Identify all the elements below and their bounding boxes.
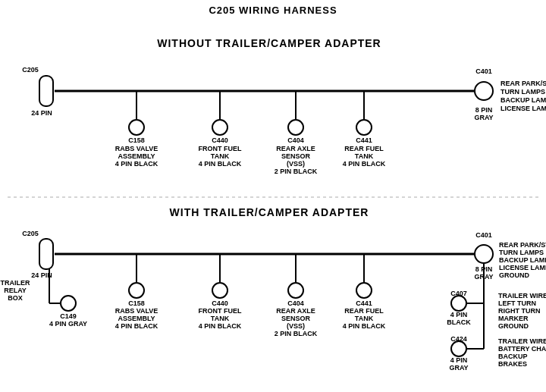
svg-text:BATTERY CHARGE: BATTERY CHARGE — [498, 345, 546, 353]
svg-text:FRONT FUEL: FRONT FUEL — [199, 307, 242, 315]
svg-text:TANK: TANK — [211, 315, 230, 322]
svg-text:LICENSE LAMPS: LICENSE LAMPS — [500, 105, 546, 112]
svg-text:C149: C149 — [60, 312, 77, 320]
svg-text:C407: C407 — [450, 290, 467, 297]
svg-text:RELAY: RELAY — [4, 287, 27, 294]
svg-text:FRONT FUEL: FRONT FUEL — [199, 145, 242, 152]
svg-text:ASSEMBLY: ASSEMBLY — [118, 315, 155, 322]
svg-text:TRAILER WIRES: TRAILER WIRES — [498, 337, 546, 345]
svg-point-5 — [475, 82, 493, 100]
svg-text:SENSOR: SENSOR — [281, 152, 311, 160]
svg-text:2 PIN BLACK: 2 PIN BLACK — [275, 168, 318, 175]
svg-text:8 PIN: 8 PIN — [475, 106, 493, 114]
svg-text:ASSEMBLY: ASSEMBLY — [118, 152, 155, 160]
svg-text:REAR AXLE: REAR AXLE — [276, 307, 315, 315]
svg-text:REAR AXLE: REAR AXLE — [276, 145, 315, 152]
svg-text:TANK: TANK — [355, 152, 374, 160]
svg-text:C440: C440 — [212, 299, 228, 307]
svg-text:TANK: TANK — [211, 152, 230, 160]
svg-text:GROUND: GROUND — [498, 322, 529, 330]
svg-text:(VSS): (VSS) — [287, 322, 305, 330]
svg-text:C205: C205 — [22, 230, 39, 237]
svg-text:WITH  TRAILER/CAMPER  ADAPTER: WITH TRAILER/CAMPER ADAPTER — [170, 206, 369, 218]
svg-text:4 PIN BLACK: 4 PIN BLACK — [115, 322, 158, 330]
svg-text:C441: C441 — [356, 299, 372, 307]
svg-text:C440: C440 — [212, 136, 228, 144]
svg-point-52 — [475, 245, 493, 263]
svg-text:C401: C401 — [475, 67, 492, 75]
svg-text:LICENSE LAMPS: LICENSE LAMPS — [499, 264, 546, 271]
svg-point-26 — [288, 120, 303, 135]
svg-text:GRAY: GRAY — [449, 364, 468, 372]
svg-text:REAR PARK/STOP: REAR PARK/STOP — [500, 80, 546, 87]
svg-text:TRAILER: TRAILER — [1, 279, 30, 287]
svg-text:C158: C158 — [128, 299, 145, 307]
svg-point-73 — [451, 341, 466, 356]
svg-text:SENSOR: SENSOR — [281, 315, 311, 322]
svg-text:2 PIN BLACK: 2 PIN BLACK — [275, 330, 318, 337]
svg-text:BACKUP LAMPS: BACKUP LAMPS — [500, 96, 546, 104]
svg-text:GRAY: GRAY — [474, 114, 493, 121]
svg-point-33 — [356, 120, 372, 135]
svg-text:4 PIN BLACK: 4 PIN BLACK — [343, 322, 386, 330]
svg-text:RABS VALVE: RABS VALVE — [115, 307, 158, 315]
svg-text:REAR PARK/STOP: REAR PARK/STOP — [499, 241, 546, 249]
svg-text:(VSS): (VSS) — [287, 160, 305, 168]
svg-text:C404: C404 — [287, 299, 304, 307]
svg-text:4 PIN: 4 PIN — [450, 311, 468, 318]
svg-text:BACKUP: BACKUP — [498, 353, 528, 360]
svg-text:REAR FUEL: REAR FUEL — [344, 145, 384, 152]
svg-text:TANK: TANK — [355, 315, 374, 322]
svg-point-101 — [356, 283, 372, 298]
svg-point-88 — [212, 283, 228, 298]
wiring-diagram: WITHOUT TRAILER/CAMPER ADAPTER C205 24 P… — [0, 0, 546, 392]
svg-point-14 — [129, 120, 144, 135]
svg-text:TRAILER WIRES: TRAILER WIRES — [498, 292, 546, 299]
page: C205 WIRING HARNESS WITHOUT TRAILER/CAMP… — [0, 0, 546, 392]
svg-point-63 — [451, 296, 466, 311]
svg-point-94 — [288, 283, 303, 298]
svg-text:BACKUP LAMPS: BACKUP LAMPS — [499, 256, 546, 264]
svg-text:4 PIN BLACK: 4 PIN BLACK — [199, 160, 242, 168]
svg-rect-41 — [39, 239, 53, 269]
svg-text:C424: C424 — [450, 335, 467, 343]
svg-text:24 PIN: 24 PIN — [31, 109, 52, 117]
svg-text:GROUND: GROUND — [499, 271, 529, 279]
svg-text:4 PIN GRAY: 4 PIN GRAY — [49, 320, 87, 328]
svg-text:MARKER: MARKER — [498, 315, 529, 322]
svg-text:BLACK: BLACK — [447, 318, 471, 326]
svg-text:BRAKES: BRAKES — [498, 360, 527, 368]
svg-text:4 PIN: 4 PIN — [450, 356, 468, 364]
svg-text:C404: C404 — [287, 136, 304, 144]
svg-text:LEFT TURN: LEFT TURN — [498, 299, 536, 307]
svg-text:REAR FUEL: REAR FUEL — [344, 307, 384, 315]
svg-text:BOX: BOX — [8, 294, 23, 302]
svg-text:4 PIN BLACK: 4 PIN BLACK — [199, 322, 242, 330]
svg-text:C158: C158 — [128, 136, 145, 144]
svg-text:RIGHT TURN: RIGHT TURN — [498, 307, 541, 315]
svg-text:4 PIN BLACK: 4 PIN BLACK — [115, 160, 158, 168]
svg-text:C205: C205 — [22, 66, 39, 74]
svg-text:C441: C441 — [356, 136, 372, 144]
svg-rect-2 — [39, 76, 53, 106]
svg-point-82 — [129, 283, 144, 298]
svg-text:C401: C401 — [475, 231, 492, 239]
svg-point-20 — [212, 120, 228, 135]
svg-text:TURN LAMPS: TURN LAMPS — [500, 88, 545, 96]
svg-text:RABS VALVE: RABS VALVE — [115, 145, 158, 152]
svg-text:WITHOUT  TRAILER/CAMPER  ADAPT: WITHOUT TRAILER/CAMPER ADAPTER — [157, 37, 381, 49]
svg-point-49 — [61, 296, 76, 311]
svg-text:TURN LAMPS: TURN LAMPS — [499, 249, 544, 256]
svg-text:4 PIN BLACK: 4 PIN BLACK — [343, 160, 386, 168]
